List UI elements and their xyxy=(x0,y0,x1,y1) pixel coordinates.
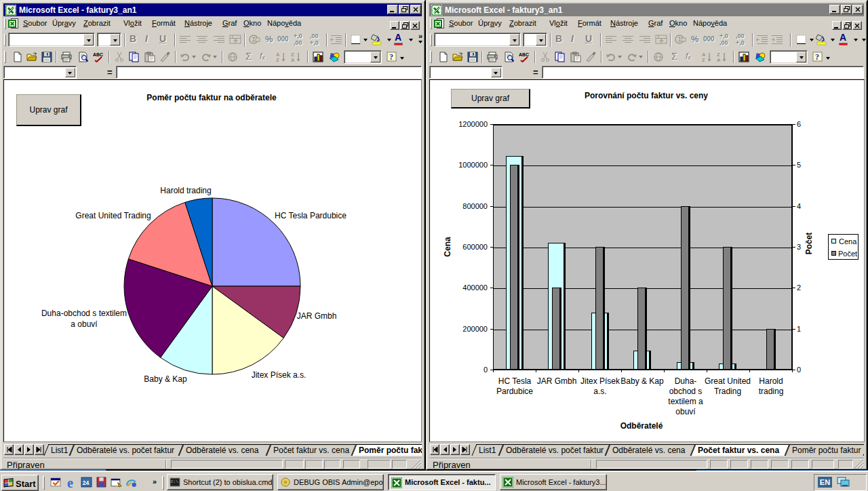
svg-text:A: A xyxy=(717,57,721,62)
svg-text:ABC: ABC xyxy=(93,52,103,57)
svg-text:ABC: ABC xyxy=(519,52,529,57)
svg-text:Z: Z xyxy=(702,57,705,62)
svg-text:?: ? xyxy=(815,52,819,62)
svg-text:C:\: C:\ xyxy=(171,479,178,484)
svg-text:A: A xyxy=(291,57,295,62)
svg-text:24: 24 xyxy=(83,479,90,486)
svg-text:Z: Z xyxy=(276,57,279,62)
svg-text:?: ? xyxy=(389,52,393,62)
